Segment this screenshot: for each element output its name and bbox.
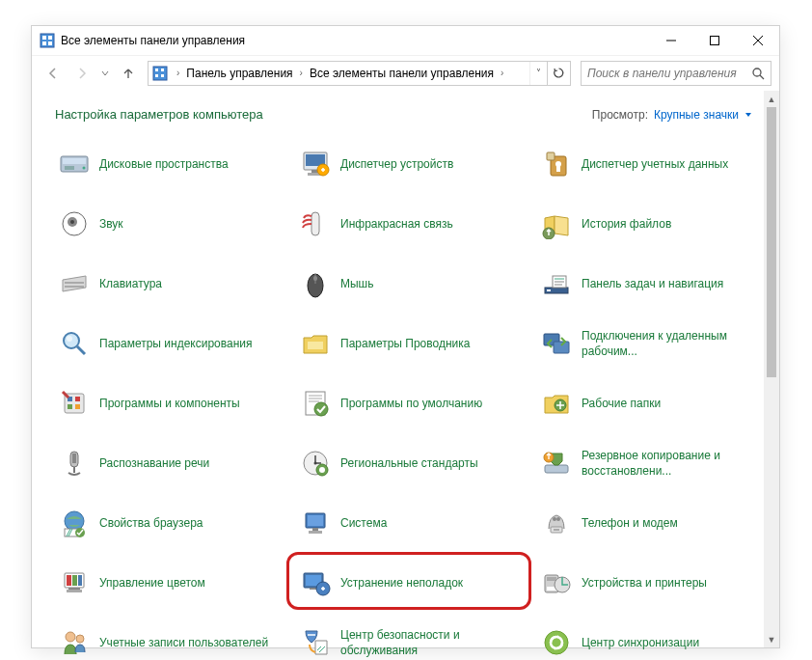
programs-features-icon [59,388,90,419]
svg-point-14 [753,69,761,76]
control-panel-item[interactable]: Программы по умолчанию [296,382,537,425]
item-label: Система [340,515,387,531]
window-buttons [649,26,779,55]
item-label: Управление цветом [99,575,205,591]
svg-rect-12 [155,74,158,77]
control-panel-item[interactable]: Программы и компоненты [55,382,296,425]
internet-options-icon [59,508,90,538]
vertical-scrollbar[interactable]: ▲ ▼ [764,91,779,647]
items-grid: Дисковые пространства Диспетчер устройст… [55,143,779,660]
item-label: Свойства браузера [99,515,203,531]
svg-line-15 [760,75,764,79]
control-panel-item[interactable]: Диспетчер учетных данных [537,143,778,185]
recent-dropdown[interactable] [97,60,113,87]
color-management-icon [59,567,90,598]
control-panel-item[interactable]: Центр синхронизации [537,621,778,660]
search-icon [751,67,765,80]
item-label: Рабочие папки [582,396,661,411]
svg-rect-11 [161,69,164,71]
view-value[interactable]: Крупные значки [654,108,739,122]
remote-desktop-icon [541,328,572,359]
svg-rect-6 [710,37,718,45]
item-label: Диспетчер устройств [340,156,453,172]
scroll-up-button[interactable]: ▲ [764,91,779,107]
control-panel-item[interactable]: Устранение неполадок [296,562,537,604]
chevron-right-icon[interactable]: › [174,68,182,78]
item-label: Дисковые пространства [99,156,229,172]
control-panel-item[interactable]: Мышь [296,262,537,305]
control-panel-item[interactable]: Учетные записи пользователей [55,621,296,660]
control-panel-item[interactable]: Панель задач и навигация [537,262,778,305]
mouse-icon [300,268,331,299]
control-panel-item[interactable]: Клавиатура [55,262,296,305]
search-input[interactable] [587,67,751,80]
breadcrumb-all-items[interactable]: Все элементы панели управления [306,62,498,85]
taskbar-icon [541,268,572,299]
svg-rect-10 [155,69,158,71]
troubleshooting-icon [300,567,331,598]
control-panel-item[interactable]: Рабочие папки [537,382,778,425]
item-label: Устранение неполадок [340,575,463,591]
content-header: Настройка параметров компьютера Просмотр… [55,107,779,122]
control-panel-item[interactable]: Параметры Проводника [296,322,537,365]
item-label: Инфракрасная связь [340,216,453,232]
control-panel-item[interactable]: Подключения к удаленным рабочим... [537,322,778,365]
svg-rect-1 [42,36,46,40]
control-panel-item[interactable]: Диспетчер устройств [296,143,537,185]
search-box[interactable] [581,61,771,86]
refresh-button[interactable] [547,62,570,85]
scroll-thumb[interactable] [767,107,776,377]
view-selector[interactable]: Просмотр: Крупные значки [592,108,752,122]
control-panel-item[interactable]: Инфракрасная связь [296,203,537,245]
item-label: Устройства и принтеры [582,575,707,591]
control-panel-item[interactable]: Дисковые пространства [55,143,296,185]
chevron-right-icon[interactable]: › [297,68,306,78]
control-panel-item[interactable]: Распознавание речи [55,442,296,484]
item-label: Параметры индексирования [99,336,252,351]
indexing-icon [59,328,90,359]
control-panel-item[interactable]: Региональные стандарты [296,442,537,484]
forward-button[interactable] [68,60,95,87]
item-label: Распознавание речи [99,455,209,471]
svg-rect-3 [42,41,46,45]
up-button[interactable] [115,60,142,87]
breadcrumb-dropdown[interactable]: ˅ [529,62,547,85]
item-label: Телефон и модем [582,515,678,531]
control-panel-item[interactable]: Устройства и принтеры [537,562,778,604]
control-panel-item[interactable]: Управление цветом [55,562,296,604]
titlebar: Все элементы панели управления [32,26,779,55]
control-panel-item[interactable]: Параметры индексирования [55,322,296,365]
infrared-icon [300,208,331,239]
item-label: Подключения к удаленным рабочим... [582,328,774,359]
phone-modem-icon [541,508,572,538]
navbar: › Панель управления › Все элементы панел… [32,55,779,90]
page-title: Настройка параметров компьютера [55,107,263,122]
control-panel-item[interactable]: Резервное копирование и восстановлени... [537,442,778,484]
storage-spaces-icon [59,149,90,179]
item-label: История файлов [582,216,671,232]
close-button[interactable] [736,26,779,55]
item-label: Звук [99,216,123,232]
control-panel-item[interactable]: Телефон и модем [537,502,778,544]
breadcrumb[interactable]: › Панель управления › Все элементы панел… [148,61,571,86]
minimize-button[interactable] [649,26,692,55]
item-label: Центр безопасности и обслуживания [340,627,533,658]
control-panel-item[interactable]: Центр безопасности и обслуживания [296,621,537,660]
control-panel-item[interactable]: Звук [55,203,296,245]
chevron-right-icon[interactable]: › [498,68,506,78]
sound-icon [59,208,90,239]
sync-center-icon [541,627,572,658]
scroll-down-button[interactable]: ▼ [764,631,779,647]
item-label: Резервное копирование и восстановлени... [582,448,774,479]
backup-restore-icon [541,448,572,479]
control-panel-window: Все элементы панели управления [31,25,780,648]
control-panel-icon [152,66,168,81]
breadcrumb-control-panel[interactable]: Панель управления [182,62,296,85]
control-panel-item[interactable]: Система [296,502,537,544]
control-panel-item[interactable]: История файлов [537,203,778,245]
work-folders-icon [541,388,572,419]
view-label: Просмотр: [592,108,648,122]
maximize-button[interactable] [692,26,736,55]
back-button[interactable] [40,60,67,87]
control-panel-item[interactable]: Свойства браузера [55,502,296,544]
